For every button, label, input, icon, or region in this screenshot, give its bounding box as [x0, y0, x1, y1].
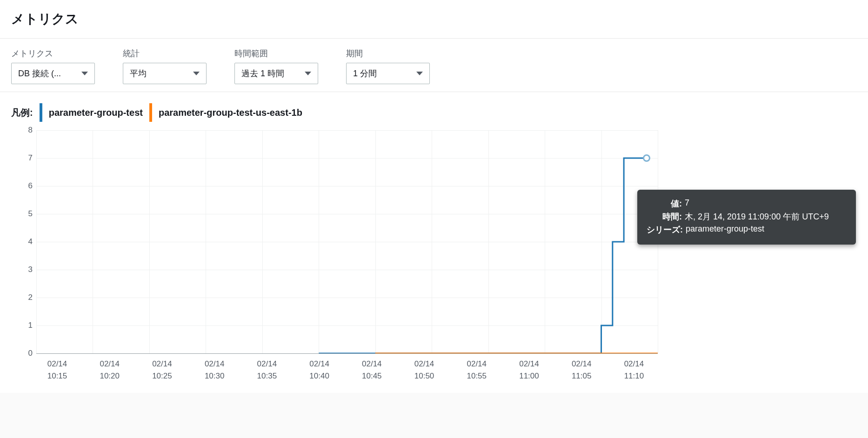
tooltip-key-series: シリーズ:: [647, 224, 683, 235]
tooltip-val-value: 7: [685, 198, 847, 208]
metric-control: メトリクス DB 接続 (...: [11, 48, 95, 84]
x-tick-label: 02/1411:00: [508, 358, 550, 382]
period-control: 期間 1 分間: [346, 48, 430, 84]
x-tick-label: 02/1411:05: [561, 358, 602, 382]
range-dropdown[interactable]: 過去 1 時間: [234, 63, 318, 84]
range-control: 時間範囲 過去 1 時間: [234, 48, 318, 84]
period-label: 期間: [346, 48, 430, 59]
legend-swatch-0: [40, 103, 42, 122]
y-tick: 1: [28, 321, 33, 330]
y-tick: 4: [28, 237, 33, 246]
controls-row: メトリクス DB 接続 (... 統計 平均 時間範囲 過去 1 時間 期間 1…: [0, 39, 868, 92]
y-tick: 6: [28, 181, 33, 191]
stat-control: 統計 平均: [123, 48, 207, 84]
x-tick-label: 02/1411:10: [613, 358, 655, 382]
stat-dropdown[interactable]: 平均: [123, 63, 207, 84]
range-label: 時間範囲: [234, 48, 318, 59]
range-dropdown-value: 過去 1 時間: [241, 68, 284, 79]
x-tick-label: 02/1410:15: [36, 358, 78, 382]
legend-swatch-1: [149, 103, 152, 122]
period-dropdown[interactable]: 1 分間: [346, 63, 430, 84]
legend: 凡例: parameter-group-test parameter-group…: [0, 92, 868, 128]
chevron-down-icon: [81, 72, 88, 75]
y-tick: 2: [28, 293, 33, 302]
x-axis-line: [36, 353, 658, 354]
chevron-down-icon: [305, 72, 311, 75]
stat-label: 統計: [123, 48, 207, 59]
x-tick-label: 02/1410:50: [403, 358, 445, 382]
x-tick-label: 02/1410:30: [194, 358, 235, 382]
legend-label: 凡例:: [11, 106, 33, 119]
x-tick-label: 02/1410:55: [456, 358, 498, 382]
y-tick: 8: [28, 126, 33, 135]
stat-dropdown-value: 平均: [130, 68, 147, 79]
x-tick-label: 02/1410:25: [141, 358, 183, 382]
chevron-down-icon: [193, 72, 200, 75]
legend-item-0[interactable]: parameter-group-test: [49, 107, 143, 118]
hover-marker: [643, 154, 650, 162]
x-tick-label: 02/1410:35: [246, 358, 288, 382]
metric-dropdown[interactable]: DB 接続 (...: [11, 63, 95, 84]
legend-item-1[interactable]: parameter-group-test-us-east-1b: [159, 107, 302, 118]
y-tick: 3: [28, 265, 33, 274]
page-title: メトリクス: [11, 10, 857, 28]
tooltip-key-value: 値:: [647, 198, 682, 209]
tooltip-val-series: parameter-group-test: [686, 224, 847, 234]
y-tick: 0: [28, 349, 33, 358]
tooltip-val-time: 木, 2月 14, 2019 11:09:00 午前 UTC+9: [685, 211, 847, 222]
chevron-down-icon: [416, 72, 423, 75]
metric-dropdown-value: DB 接続 (...: [18, 68, 61, 79]
tooltip: 値: 7 時間: 木, 2月 14, 2019 11:09:00 午前 UTC+…: [637, 190, 856, 245]
tooltip-key-time: 時間:: [647, 211, 682, 222]
x-tick-label: 02/1410:20: [89, 358, 131, 382]
series-line: [319, 158, 646, 353]
chart[interactable]: 012345678 02/1410:1502/1410:2002/1410:25…: [0, 128, 868, 393]
x-tick-label: 02/1410:45: [351, 358, 393, 382]
period-dropdown-value: 1 分間: [353, 68, 377, 79]
page-header: メトリクス: [0, 0, 868, 39]
y-tick: 5: [28, 209, 33, 219]
x-tick-label: 02/1410:40: [299, 358, 341, 382]
y-tick: 7: [28, 153, 33, 163]
metric-label: メトリクス: [11, 48, 95, 59]
